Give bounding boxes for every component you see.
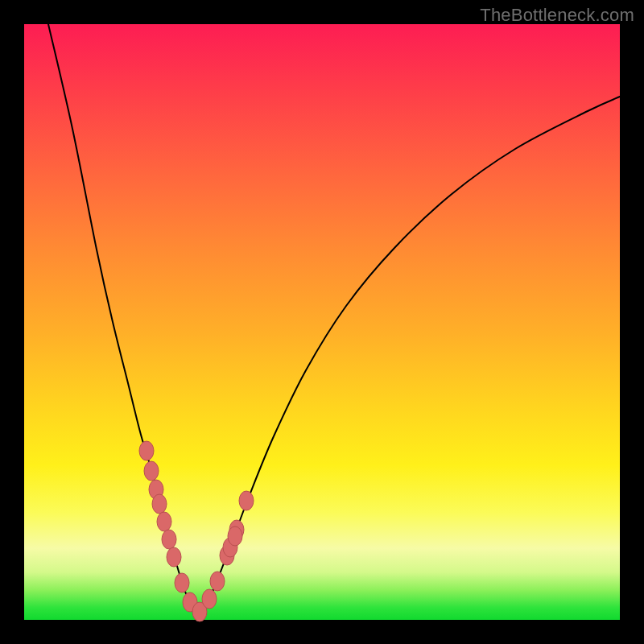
data-marker <box>152 494 167 514</box>
data-marker <box>139 441 154 460</box>
curve-layer <box>24 24 620 620</box>
data-marker <box>228 526 242 546</box>
data-marker <box>144 461 159 481</box>
data-marker <box>167 547 181 567</box>
data-marker <box>202 589 217 609</box>
data-marker <box>175 573 189 592</box>
data-marker <box>157 512 171 531</box>
plot-area <box>24 24 620 620</box>
data-marker <box>210 572 225 591</box>
data-marker <box>239 491 254 510</box>
watermark-text: TheBottleneck.com <box>480 5 634 26</box>
data-marker <box>162 530 176 549</box>
marker-group <box>139 441 254 621</box>
chart-frame: TheBottleneck.com <box>0 0 644 644</box>
bottleneck-curve <box>48 24 620 613</box>
